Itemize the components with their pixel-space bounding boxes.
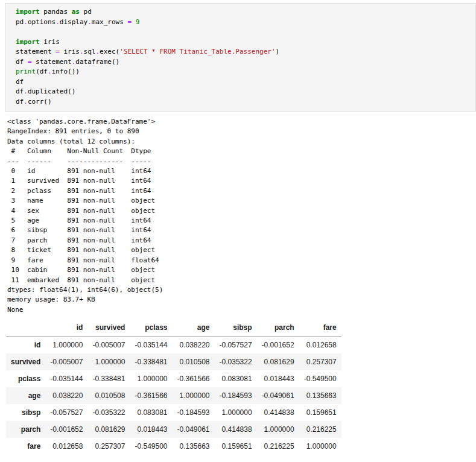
table-cell: -0.035144	[45, 370, 87, 387]
code-token-builtin: print	[16, 68, 36, 75]
table-cell: 0.257307	[299, 353, 341, 370]
code-token-plain: )	[276, 48, 280, 55]
table-cell: 0.414838	[215, 421, 257, 438]
table-cell: 1.000000	[45, 337, 87, 354]
table-cell: 0.159651	[215, 438, 257, 455]
code-token-plain: iris	[40, 38, 60, 46]
table-cell: -0.549500	[130, 438, 172, 455]
code-token-plain: corr()	[28, 98, 52, 106]
code-token-plain: pd	[80, 8, 92, 16]
table-header-row: idsurvivedpclassagesibspparchfare	[6, 319, 341, 337]
code-line: import iris	[16, 37, 471, 48]
code-line: df = statement.dataframe()	[16, 57, 471, 68]
code-editor[interactable]: import pandas as pdpd.options.display.ma…	[16, 7, 471, 107]
code-token-string: 'SELECT * FROM Titanic_Table.Passenger'	[119, 48, 275, 55]
code-token-operator: .	[24, 18, 28, 26]
table-cell: -0.361566	[173, 370, 215, 387]
table-cell: -0.001652	[45, 421, 87, 438]
table-cell: 0.038220	[45, 387, 87, 404]
code-line: df	[16, 77, 471, 87]
code-line	[16, 27, 471, 37]
code-line: pd.options.display.max_rows = 9	[16, 17, 471, 28]
code-token-keyword: import	[16, 38, 40, 46]
table-cell: 1.000000	[87, 353, 130, 370]
code-line: statement = iris.sql.exec('SELECT * FROM…	[16, 47, 471, 57]
code-token-operator: =	[56, 48, 60, 55]
code-token-plain: exec	[100, 48, 116, 55]
table-cell: 0.083081	[215, 370, 257, 387]
table-cell: 0.081629	[87, 421, 130, 438]
table-cell: -0.035322	[215, 353, 257, 370]
code-token-keyword: as	[72, 8, 80, 16]
code-line: print(df.info())	[16, 67, 471, 77]
code-token-number: 9	[136, 18, 140, 26]
column-header-pclass: pclass	[130, 319, 172, 337]
table-cell: 0.135663	[173, 438, 215, 455]
table-row-fare: fare0.0126580.257307-0.5495000.1356630.1…	[6, 438, 341, 455]
table-cell: 0.135663	[299, 387, 341, 404]
row-label-sibsp: sibsp	[6, 404, 45, 421]
row-label-age: age	[6, 387, 45, 404]
code-token-keyword: import	[16, 8, 40, 16]
table-cell: -0.035144	[130, 337, 172, 354]
code-token-plain: statement	[32, 58, 72, 66]
column-header-fare: fare	[299, 319, 341, 337]
table-cell: -0.001652	[257, 337, 299, 354]
code-token-plain: dataframe()	[75, 58, 119, 66]
table-cell: 1.000000	[257, 421, 299, 438]
dataframe-info-output: <class 'pandas.core.frame.DataFrame'> Ra…	[7, 117, 476, 315]
code-token-plain: sql	[84, 48, 96, 55]
code-cell[interactable]: import pandas as pdpd.options.display.ma…	[5, 3, 476, 112]
code-token-operator: .	[24, 87, 28, 95]
table-cell: -0.005007	[87, 337, 130, 354]
table-cell: -0.049061	[173, 421, 215, 438]
table-cell: 0.257307	[87, 438, 130, 455]
code-token-plain: options	[28, 18, 56, 26]
correlation-table: idsurvivedpclassagesibspparchfare id1.00…	[6, 319, 341, 455]
table-cell: 1.000000	[173, 387, 215, 404]
table-cell: 0.018443	[130, 421, 172, 438]
table-cell: -0.057527	[215, 337, 257, 354]
table-cell: 0.012658	[45, 438, 87, 455]
table-cell: 0.083081	[130, 404, 172, 421]
code-token-plain: df	[16, 87, 24, 95]
column-header-sibsp: sibsp	[215, 319, 257, 337]
code-token-plain: duplicated()	[28, 87, 75, 95]
row-label-pclass: pclass	[6, 370, 45, 387]
table-row-pclass: pclass-0.035144-0.3384811.000000-0.36156…	[6, 370, 341, 387]
table-cell: 0.159651	[299, 404, 341, 421]
column-header-age: age	[173, 319, 215, 337]
table-cell: 0.038220	[173, 337, 215, 354]
code-line: df.duplicated()	[16, 87, 471, 97]
code-token-operator: =	[28, 58, 32, 66]
column-header-parch: parch	[257, 319, 299, 337]
table-cell: -0.184593	[173, 404, 215, 421]
code-token-operator: .	[56, 18, 60, 26]
code-token-plain: df	[16, 78, 24, 86]
code-token-plain: df	[16, 98, 24, 106]
table-cell: 0.216225	[257, 438, 299, 455]
code-line: import pandas as pd	[16, 7, 471, 17]
code-token-operator: .	[87, 18, 92, 26]
code-token-plain	[132, 18, 136, 26]
table-row-parch: parch-0.0016520.0816290.018443-0.0490610…	[6, 421, 341, 438]
column-header-id: id	[45, 319, 87, 337]
table-cell: 1.000000	[130, 370, 172, 387]
table-cell: 0.216225	[299, 421, 341, 438]
table-cell: 1.000000	[299, 438, 341, 455]
table-row-sibsp: sibsp-0.057527-0.0353220.083081-0.184593…	[6, 404, 341, 421]
table-row-age: age0.0382200.010508-0.3615661.000000-0.1…	[6, 387, 341, 404]
code-token-plain: iris	[60, 48, 80, 55]
table-cell: -0.338481	[87, 370, 130, 387]
table-cell: -0.338481	[130, 353, 172, 370]
row-label-survived: survived	[6, 353, 45, 370]
table-cell: 0.414838	[257, 404, 299, 421]
table-cell: -0.057527	[45, 404, 87, 421]
table-cell: -0.035322	[87, 404, 130, 421]
row-label-id: id	[6, 337, 45, 354]
code-token-plain: (df	[36, 68, 48, 75]
column-header-survived: survived	[87, 319, 130, 337]
code-line: df.corr()	[16, 97, 471, 107]
table-cell: -0.005007	[45, 353, 87, 370]
row-label-parch: parch	[6, 421, 45, 438]
